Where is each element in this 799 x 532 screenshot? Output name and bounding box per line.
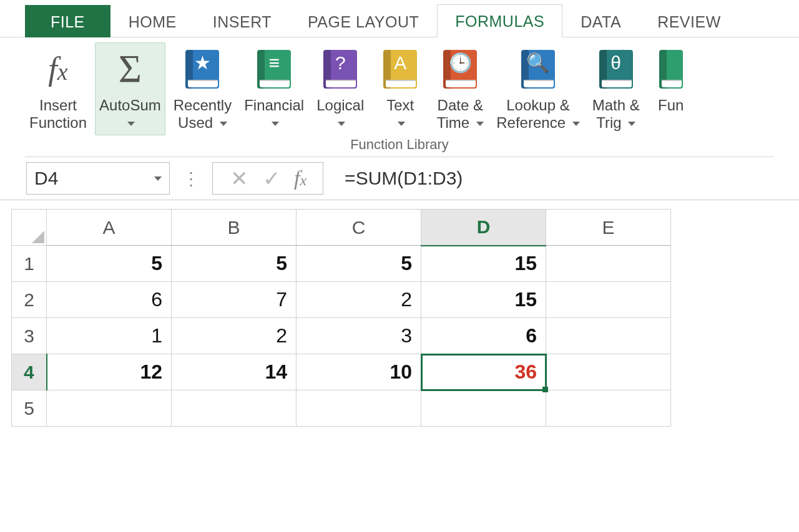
cell-E4[interactable] [546, 354, 671, 390]
fx-icon: fx [48, 51, 67, 88]
question-book-icon: ? [323, 50, 357, 89]
cell-E1[interactable] [546, 246, 671, 282]
fx-icon[interactable]: fx [288, 167, 313, 190]
vertical-dots-icon[interactable]: ⋮ [179, 168, 203, 189]
text-button[interactable]: A Text [372, 42, 428, 135]
row-header-4[interactable]: 4 [12, 354, 47, 390]
cell-B2[interactable]: 7 [172, 282, 297, 318]
column-header-row: A B C D E [12, 210, 671, 246]
ribbon: fx Insert Function Σ AutoSum ★ Recently … [0, 37, 799, 157]
cell-B4[interactable]: 14 [172, 354, 297, 390]
more-book-icon [659, 50, 683, 89]
logical-label: Logical [316, 97, 364, 114]
tab-file[interactable]: FILE [25, 5, 110, 37]
cell-A1[interactable]: 5 [47, 246, 172, 282]
tab-formulas[interactable]: FORMULAS [437, 4, 562, 37]
name-box-value: D4 [34, 168, 58, 189]
chevron-down-icon [338, 122, 345, 126]
formula-input[interactable] [335, 162, 799, 195]
chevron-down-icon [398, 122, 405, 126]
chevron-down-icon [628, 122, 635, 126]
tab-page-layout[interactable]: PAGE LAYOUT [290, 5, 437, 37]
row-header-5[interactable]: 5 [12, 390, 47, 427]
insert-function-label: Insert Function [29, 97, 87, 131]
name-box[interactable]: D4 [26, 162, 170, 195]
math-trig-button[interactable]: θ Math & Trig [588, 42, 644, 135]
cell-E3[interactable] [546, 318, 671, 354]
letter-a-book-icon: A [383, 50, 417, 89]
insert-function-button[interactable]: fx Insert Function [25, 42, 91, 135]
chevron-down-icon [272, 122, 279, 126]
text-label: Text [386, 97, 414, 114]
cell-D4[interactable]: 36 [421, 354, 546, 390]
tab-insert[interactable]: INSERT [195, 5, 290, 37]
chevron-down-icon [127, 122, 135, 126]
chevron-down-icon [476, 122, 484, 126]
select-all-corner[interactable] [12, 210, 47, 246]
col-header-A[interactable]: A [47, 210, 172, 246]
row-4: 4 12 14 10 36 [12, 354, 671, 390]
more-functions-button[interactable]: Fun [648, 42, 694, 118]
cell-A3[interactable]: 1 [47, 318, 172, 354]
chevron-down-icon [572, 122, 580, 126]
row-header-1[interactable]: 1 [12, 246, 47, 282]
row-header-3[interactable]: 3 [12, 318, 47, 354]
tab-home[interactable]: HOME [110, 5, 195, 37]
row-1: 1 5 5 5 15 [12, 246, 671, 282]
logical-button[interactable]: ? Logical [312, 42, 368, 135]
date-time-button[interactable]: 🕒 Date & Time [432, 42, 488, 135]
ribbon-group-title: Function Library [25, 135, 774, 157]
cell-B1[interactable]: 5 [172, 246, 297, 282]
lookup-reference-button[interactable]: 🔍 Lookup & Reference [492, 42, 584, 135]
chevron-down-icon [220, 122, 227, 126]
col-header-B[interactable]: B [172, 210, 297, 246]
cell-C4[interactable]: 10 [297, 354, 421, 390]
cell-A4[interactable]: 12 [47, 354, 172, 390]
more-functions-label: Fun [658, 97, 684, 114]
enter-icon[interactable]: ✓ [255, 166, 288, 191]
cell-D3[interactable]: 6 [421, 318, 546, 354]
spreadsheet-grid: A B C D E 1 5 5 5 15 2 6 [0, 200, 799, 427]
autosum-button[interactable]: Σ AutoSum [95, 42, 165, 135]
sigma-icon: Σ [119, 53, 142, 85]
cell-C1[interactable]: 5 [297, 246, 421, 282]
cell-B3[interactable]: 2 [172, 318, 297, 354]
cell-D5[interactable] [421, 390, 546, 427]
clock-book-icon: 🕒 [443, 50, 477, 89]
search-book-icon: 🔍 [521, 50, 555, 89]
recently-used-button[interactable]: ★ Recently Used [169, 42, 236, 135]
tab-data[interactable]: DATA [562, 5, 639, 37]
cancel-icon[interactable]: ✕ [223, 166, 255, 191]
ribbon-tabs: FILE HOME INSERT PAGE LAYOUT FORMULAS DA… [0, 0, 799, 37]
cell-D1[interactable]: 15 [421, 246, 546, 282]
financial-button[interactable]: ≡ Financial [240, 42, 308, 135]
row-5: 5 [12, 390, 671, 427]
formula-bar-row: D4 ⋮ ✕ ✓ fx [0, 157, 799, 200]
cell-B5[interactable] [172, 390, 297, 427]
chevron-down-icon[interactable] [154, 177, 162, 181]
row-3: 3 1 2 3 6 [12, 318, 671, 354]
cell-A2[interactable]: 6 [47, 282, 172, 318]
cell-C3[interactable]: 3 [297, 318, 421, 354]
excel-window: FILE HOME INSERT PAGE LAYOUT FORMULAS DA… [0, 0, 799, 427]
col-header-E[interactable]: E [546, 210, 671, 246]
cell-D2[interactable]: 15 [421, 282, 546, 318]
cell-E2[interactable] [546, 282, 671, 318]
star-book-icon: ★ [185, 50, 219, 89]
cell-A5[interactable] [47, 390, 172, 427]
cell-C5[interactable] [297, 390, 421, 427]
cell-C2[interactable]: 2 [297, 282, 421, 318]
cell-E5[interactable] [546, 390, 671, 427]
theta-book-icon: θ [599, 50, 633, 89]
financial-label: Financial [244, 97, 304, 114]
col-header-D[interactable]: D [421, 210, 546, 246]
col-header-C[interactable]: C [297, 210, 421, 246]
autosum-label: AutoSum [99, 97, 161, 114]
tab-review[interactable]: REVIEW [639, 5, 739, 37]
row-2: 2 6 7 2 15 [12, 282, 671, 318]
row-header-2[interactable]: 2 [12, 282, 47, 318]
coins-book-icon: ≡ [257, 50, 291, 89]
lookup-reference-label: Lookup & Reference [496, 97, 569, 131]
formula-edit-controls: ✕ ✓ fx [212, 162, 323, 195]
